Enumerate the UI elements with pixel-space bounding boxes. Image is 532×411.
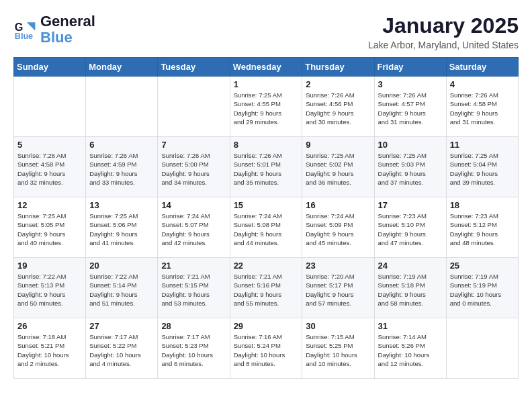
calendar-cell: 15Sunrise: 7:24 AM Sunset: 5:08 PM Dayli… bbox=[230, 197, 302, 258]
calendar-cell: 28Sunrise: 7:17 AM Sunset: 5:23 PM Dayli… bbox=[158, 318, 230, 379]
calendar-cell: 30Sunrise: 7:15 AM Sunset: 5:25 PM Dayli… bbox=[302, 318, 374, 379]
calendar-cell: 4Sunrise: 7:26 AM Sunset: 4:58 PM Daylig… bbox=[446, 77, 518, 137]
day-number: 31 bbox=[378, 321, 443, 331]
day-info: Sunrise: 7:25 AM Sunset: 5:05 PM Dayligh… bbox=[17, 212, 82, 247]
day-number: 29 bbox=[234, 321, 299, 331]
day-number: 12 bbox=[17, 200, 82, 210]
day-number: 8 bbox=[234, 140, 299, 150]
day-info: Sunrise: 7:22 AM Sunset: 5:14 PM Dayligh… bbox=[89, 272, 154, 308]
day-info: Sunrise: 7:26 AM Sunset: 4:56 PM Dayligh… bbox=[306, 91, 370, 126]
logo: G Blue General Blue bbox=[13, 13, 95, 46]
day-info: Sunrise: 7:15 AM Sunset: 5:25 PM Dayligh… bbox=[306, 332, 370, 368]
weekday-monday: Monday bbox=[86, 58, 158, 77]
title-block: January 2025 Lake Arbor, Maryland, Unite… bbox=[368, 13, 519, 50]
day-info: Sunrise: 7:22 AM Sunset: 5:13 PM Dayligh… bbox=[17, 272, 82, 308]
calendar-cell: 1Sunrise: 7:25 AM Sunset: 4:55 PM Daylig… bbox=[230, 77, 302, 137]
weekday-sunday: Sunday bbox=[14, 58, 86, 77]
day-number: 30 bbox=[306, 321, 370, 331]
calendar-cell bbox=[158, 77, 230, 137]
logo-blue-text: Blue bbox=[40, 30, 95, 46]
day-number: 14 bbox=[161, 200, 226, 210]
page-header: G Blue General Blue January 2025 Lake Ar… bbox=[13, 13, 519, 50]
day-info: Sunrise: 7:24 AM Sunset: 5:08 PM Dayligh… bbox=[234, 212, 299, 247]
day-number: 21 bbox=[161, 261, 226, 271]
calendar-cell: 9Sunrise: 7:25 AM Sunset: 5:02 PM Daylig… bbox=[302, 137, 374, 197]
calendar-cell: 17Sunrise: 7:23 AM Sunset: 5:10 PM Dayli… bbox=[374, 197, 446, 258]
day-number: 27 bbox=[89, 321, 154, 331]
day-info: Sunrise: 7:14 AM Sunset: 5:26 PM Dayligh… bbox=[378, 332, 443, 368]
svg-marker-1 bbox=[27, 22, 36, 31]
weekday-saturday: Saturday bbox=[446, 58, 518, 77]
day-number: 22 bbox=[234, 261, 299, 271]
logo-general-text: General bbox=[40, 13, 95, 30]
day-number: 6 bbox=[89, 140, 154, 150]
calendar-cell: 24Sunrise: 7:19 AM Sunset: 5:18 PM Dayli… bbox=[374, 258, 446, 318]
day-number: 3 bbox=[378, 79, 443, 89]
day-info: Sunrise: 7:21 AM Sunset: 5:16 PM Dayligh… bbox=[234, 272, 299, 308]
day-info: Sunrise: 7:25 AM Sunset: 5:02 PM Dayligh… bbox=[306, 151, 370, 187]
calendar-week-row: 5Sunrise: 7:26 AM Sunset: 4:58 PM Daylig… bbox=[14, 137, 519, 197]
calendar-cell bbox=[86, 77, 158, 137]
day-info: Sunrise: 7:26 AM Sunset: 4:58 PM Dayligh… bbox=[450, 91, 515, 126]
day-number: 19 bbox=[17, 261, 82, 271]
day-number: 11 bbox=[450, 140, 515, 150]
day-info: Sunrise: 7:24 AM Sunset: 5:09 PM Dayligh… bbox=[306, 212, 370, 247]
calendar-cell: 13Sunrise: 7:25 AM Sunset: 5:06 PM Dayli… bbox=[86, 197, 158, 258]
calendar-cell bbox=[446, 318, 518, 379]
calendar-cell: 11Sunrise: 7:25 AM Sunset: 5:04 PM Dayli… bbox=[446, 137, 518, 197]
day-number: 20 bbox=[89, 261, 154, 271]
calendar-cell: 3Sunrise: 7:26 AM Sunset: 4:57 PM Daylig… bbox=[374, 77, 446, 137]
weekday-wednesday: Wednesday bbox=[230, 58, 302, 77]
day-info: Sunrise: 7:25 AM Sunset: 5:04 PM Dayligh… bbox=[450, 151, 515, 187]
day-number: 13 bbox=[89, 200, 154, 210]
day-info: Sunrise: 7:26 AM Sunset: 4:57 PM Dayligh… bbox=[378, 91, 443, 126]
day-info: Sunrise: 7:26 AM Sunset: 5:01 PM Dayligh… bbox=[234, 151, 299, 187]
day-info: Sunrise: 7:25 AM Sunset: 5:06 PM Dayligh… bbox=[89, 212, 154, 247]
calendar-cell: 2Sunrise: 7:26 AM Sunset: 4:56 PM Daylig… bbox=[302, 77, 374, 137]
day-info: Sunrise: 7:23 AM Sunset: 5:12 PM Dayligh… bbox=[450, 212, 515, 247]
calendar-cell: 23Sunrise: 7:20 AM Sunset: 5:17 PM Dayli… bbox=[302, 258, 374, 318]
day-number: 17 bbox=[378, 200, 443, 210]
weekday-header-row: SundayMondayTuesdayWednesdayThursdayFrid… bbox=[14, 58, 519, 77]
day-number: 23 bbox=[306, 261, 370, 271]
day-number: 10 bbox=[378, 140, 443, 150]
calendar-week-row: 26Sunrise: 7:18 AM Sunset: 5:21 PM Dayli… bbox=[14, 318, 519, 379]
day-info: Sunrise: 7:20 AM Sunset: 5:17 PM Dayligh… bbox=[306, 272, 370, 308]
calendar-week-row: 12Sunrise: 7:25 AM Sunset: 5:05 PM Dayli… bbox=[14, 197, 519, 258]
day-number: 9 bbox=[306, 140, 370, 150]
weekday-thursday: Thursday bbox=[302, 58, 374, 77]
day-info: Sunrise: 7:25 AM Sunset: 4:55 PM Dayligh… bbox=[234, 91, 299, 126]
calendar-cell: 22Sunrise: 7:21 AM Sunset: 5:16 PM Dayli… bbox=[230, 258, 302, 318]
calendar-cell: 26Sunrise: 7:18 AM Sunset: 5:21 PM Dayli… bbox=[14, 318, 86, 379]
day-number: 5 bbox=[17, 140, 82, 150]
day-number: 7 bbox=[161, 140, 226, 150]
day-info: Sunrise: 7:26 AM Sunset: 5:00 PM Dayligh… bbox=[161, 151, 226, 187]
calendar-cell bbox=[14, 77, 86, 137]
calendar-cell: 18Sunrise: 7:23 AM Sunset: 5:12 PM Dayli… bbox=[446, 197, 518, 258]
calendar-cell: 14Sunrise: 7:24 AM Sunset: 5:07 PM Dayli… bbox=[158, 197, 230, 258]
logo-icon: G Blue bbox=[13, 17, 38, 42]
calendar-cell: 12Sunrise: 7:25 AM Sunset: 5:05 PM Dayli… bbox=[14, 197, 86, 258]
calendar-week-row: 19Sunrise: 7:22 AM Sunset: 5:13 PM Dayli… bbox=[14, 258, 519, 318]
day-number: 18 bbox=[450, 200, 515, 210]
day-info: Sunrise: 7:16 AM Sunset: 5:24 PM Dayligh… bbox=[234, 332, 299, 368]
calendar-cell: 6Sunrise: 7:26 AM Sunset: 4:59 PM Daylig… bbox=[86, 137, 158, 197]
calendar-cell: 10Sunrise: 7:25 AM Sunset: 5:03 PM Dayli… bbox=[374, 137, 446, 197]
calendar-cell: 29Sunrise: 7:16 AM Sunset: 5:24 PM Dayli… bbox=[230, 318, 302, 379]
logo-general: General bbox=[40, 13, 95, 30]
calendar-cell: 19Sunrise: 7:22 AM Sunset: 5:13 PM Dayli… bbox=[14, 258, 86, 318]
day-info: Sunrise: 7:23 AM Sunset: 5:10 PM Dayligh… bbox=[378, 212, 443, 247]
day-number: 15 bbox=[234, 200, 299, 210]
calendar-week-row: 1Sunrise: 7:25 AM Sunset: 4:55 PM Daylig… bbox=[14, 77, 519, 137]
day-number: 16 bbox=[306, 200, 370, 210]
day-number: 26 bbox=[17, 321, 82, 331]
day-info: Sunrise: 7:26 AM Sunset: 4:58 PM Dayligh… bbox=[17, 151, 82, 187]
day-info: Sunrise: 7:19 AM Sunset: 5:19 PM Dayligh… bbox=[450, 272, 515, 308]
svg-text:Blue: Blue bbox=[15, 32, 33, 42]
day-info: Sunrise: 7:19 AM Sunset: 5:18 PM Dayligh… bbox=[378, 272, 443, 308]
svg-text:G: G bbox=[15, 21, 24, 33]
calendar-table: SundayMondayTuesdayWednesdayThursdayFrid… bbox=[13, 57, 519, 379]
weekday-tuesday: Tuesday bbox=[158, 58, 230, 77]
day-info: Sunrise: 7:26 AM Sunset: 4:59 PM Dayligh… bbox=[89, 151, 154, 187]
location-title: Lake Arbor, Maryland, United States bbox=[368, 40, 519, 50]
